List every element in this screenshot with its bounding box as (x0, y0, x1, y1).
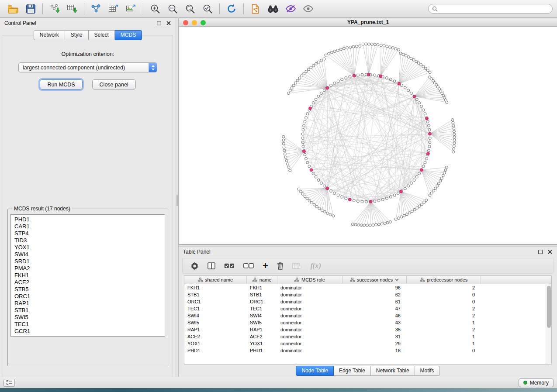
table-row[interactable]: SWI4SWI4dominator462 (184, 312, 551, 319)
find-button[interactable] (264, 2, 282, 16)
vertical-splitter[interactable] (176, 18, 179, 377)
select-all-button[interactable] (224, 261, 235, 271)
result-node[interactable]: GCR1 (14, 328, 161, 335)
table-scrollbar[interactable] (546, 284, 551, 364)
cell-predecessor-nodes: 2 (407, 284, 481, 291)
zoom-in-button[interactable] (146, 2, 164, 16)
result-node[interactable]: STB1 (14, 307, 161, 314)
window-maximize-button[interactable] (201, 20, 206, 25)
column-header-predecessor-nodes[interactable]: predecessor nodes (407, 276, 481, 284)
table-row[interactable]: ACE2ACE2connector311 (184, 333, 551, 340)
column-header-MCDS-role[interactable]: MCDS role (277, 276, 343, 284)
search-input[interactable] (440, 6, 549, 12)
table-row[interactable]: ORC1ORC1dominator610 (184, 298, 551, 305)
table-row[interactable]: YOX1YOX1connector291 (184, 340, 551, 347)
export-image-button[interactable] (122, 2, 140, 16)
result-node[interactable]: CAR1 (14, 223, 161, 230)
result-node[interactable]: PMA2 (14, 265, 161, 272)
cell-predecessor-nodes: 2 (407, 326, 481, 333)
network-graph[interactable] (179, 27, 557, 244)
tab-node-table[interactable]: Node Table (296, 366, 334, 376)
result-node[interactable]: TEC1 (14, 321, 161, 328)
cell-shared-name: SWI4 (184, 312, 247, 319)
control-tabs: NetworkStyleSelectMCDS (0, 30, 176, 40)
tab-motifs[interactable]: Motifs (415, 366, 440, 376)
open-session-button[interactable] (4, 2, 22, 16)
share-document-button[interactable] (247, 2, 264, 16)
tab-mcds[interactable]: MCDS (115, 30, 142, 40)
window-close-button[interactable] (183, 20, 188, 25)
tab-network-table[interactable]: Network Table (371, 366, 415, 376)
cell-successor-nodes: 43 (343, 319, 407, 326)
cell-MCDS-role: dominator (277, 291, 343, 298)
result-node[interactable]: STP4 (14, 230, 161, 237)
node-table: shared namenameMCDS rolesuccessor nodesp… (184, 275, 552, 364)
control-panel: Control Panel NetworkStyleSelectMCDS Opt… (0, 18, 176, 377)
memory-status-icon (523, 381, 527, 385)
splitter-handle[interactable] (176, 195, 178, 206)
hide-details-button[interactable] (282, 2, 299, 16)
memory-button[interactable]: Memory (519, 378, 554, 387)
column-header-successor-nodes[interactable]: successor nodes (343, 276, 407, 284)
column-header-shared-name[interactable]: shared name (184, 276, 247, 284)
import-table-button[interactable] (63, 2, 81, 16)
result-node[interactable]: SWI4 (14, 251, 161, 258)
table-row[interactable]: PHD1PHD1dominator180 (184, 347, 551, 354)
show-panels-button[interactable] (3, 379, 15, 387)
result-node[interactable]: STB5 (14, 286, 161, 293)
criterion-dropdown[interactable]: largest connected component (undirected) (18, 62, 157, 72)
tab-edge-table[interactable]: Edge Table (334, 366, 371, 376)
tab-select[interactable]: Select (89, 30, 115, 40)
table-row[interactable]: RAP1RAP1dominator352 (184, 326, 551, 333)
tab-style[interactable]: Style (65, 30, 89, 40)
save-session-button[interactable] (22, 2, 39, 16)
result-node[interactable]: ORC1 (14, 293, 161, 300)
zoom-out-button[interactable] (164, 2, 181, 16)
delete-column-button[interactable] (277, 261, 284, 271)
tab-network[interactable]: Network (34, 30, 65, 40)
zoom-selected-button[interactable] (199, 2, 216, 16)
export-table-button[interactable] (105, 2, 122, 16)
table-row[interactable]: TEC1TEC1connector472 (184, 305, 551, 312)
new-network-button[interactable] (87, 2, 105, 16)
show-columns-button[interactable] (208, 261, 215, 271)
create-column-button[interactable]: + (263, 261, 268, 271)
table-row[interactable]: SWI5SWI5connector431 (184, 319, 551, 326)
table-row[interactable]: STB1STB1dominator620 (184, 291, 551, 298)
deselect-all-button[interactable] (243, 261, 254, 271)
network-canvas[interactable] (179, 27, 557, 244)
cell-name: RAP1 (247, 326, 277, 333)
window-minimize-button[interactable] (192, 20, 197, 25)
result-node[interactable]: RAP1 (14, 300, 161, 307)
run-mcds-button[interactable]: Run MCDS (40, 79, 82, 89)
result-node[interactable]: PHD1 (14, 216, 161, 223)
gear-icon (190, 262, 199, 270)
panel-spacer (3, 89, 173, 206)
table-settings-button[interactable] (190, 261, 199, 271)
cell-MCDS-role: connector (277, 319, 343, 326)
result-node[interactable]: ACE2 (14, 279, 161, 286)
table-row[interactable]: FKH1FKH1dominator962 (184, 284, 551, 291)
float-table-panel-icon[interactable] (538, 249, 543, 254)
cell-name: YOX1 (247, 340, 277, 347)
refresh-button[interactable] (223, 2, 240, 16)
scrollbar-thumb[interactable] (547, 286, 551, 328)
cell-shared-name: ORC1 (184, 298, 247, 305)
cell-predecessor-nodes: 0 (407, 347, 481, 354)
mcds-result-list[interactable]: PHD1CAR1STP4TID3YOX1SWI4SRD1PMA2FKH1ACE2… (10, 214, 165, 337)
search-box[interactable] (428, 4, 553, 14)
function-builder-button[interactable]: f(x) (311, 261, 321, 270)
result-node[interactable]: FKH1 (14, 272, 161, 279)
result-node[interactable]: SWI5 (14, 314, 161, 321)
column-header-name[interactable]: name (247, 276, 277, 284)
float-panel-icon[interactable] (156, 21, 162, 26)
result-node[interactable]: TID3 (14, 237, 161, 244)
zoom-fit-button[interactable] (181, 2, 199, 16)
import-network-button[interactable] (46, 2, 63, 16)
show-details-button[interactable] (299, 2, 317, 16)
close-table-panel-icon[interactable] (547, 249, 553, 254)
result-node[interactable]: YOX1 (14, 244, 161, 251)
close-panel-icon[interactable] (166, 21, 171, 26)
close-panel-button[interactable]: Close panel (92, 79, 136, 89)
result-node[interactable]: SRD1 (14, 258, 161, 265)
